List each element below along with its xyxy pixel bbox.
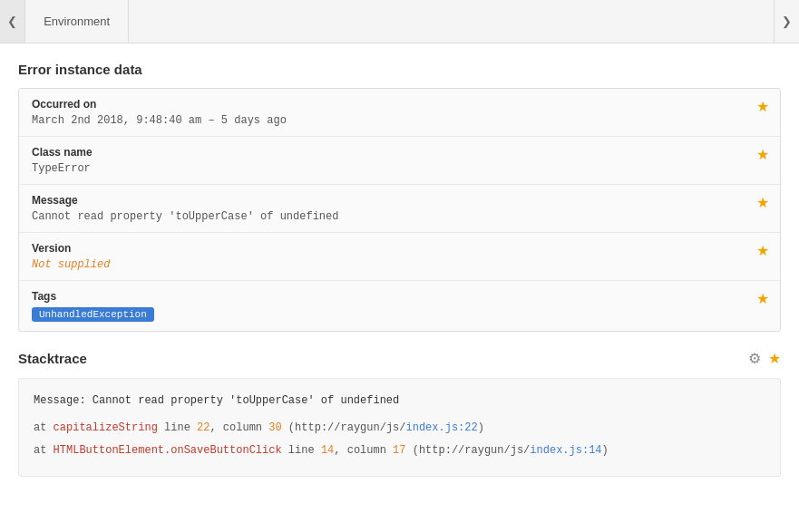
stack-fn-name: capitalizeString (54, 421, 158, 434)
data-row-value-3: Not supplied (32, 258, 767, 271)
stack-url-pre: (http://raygun/js/ (282, 421, 406, 434)
data-row-value-4: UnhandledException (32, 306, 767, 322)
data-row-0: Occurred onMarch 2nd 2018, 9:48:40 am – … (19, 89, 780, 137)
stack-url-post: ) (602, 444, 609, 457)
stack-line-text: line (158, 421, 197, 434)
stack-at-keyword: at (34, 421, 54, 434)
stacktrace-star-button[interactable]: ★ (768, 350, 781, 367)
tab-list: SummaryError detailsHTTPEnvironmentCusto… (25, 0, 129, 44)
stack-url-post: ) (478, 421, 484, 434)
row-star-button-2[interactable]: ★ (756, 194, 769, 211)
stack-url-link[interactable]: index.js:22 (406, 421, 478, 434)
row-star-button-0[interactable]: ★ (756, 98, 769, 115)
data-row-1: Class nameTypeError★ (19, 137, 780, 185)
star-icon: ★ (768, 351, 781, 366)
tab-next-arrow[interactable]: ❯ (774, 0, 799, 44)
tab-environment[interactable]: Environment (25, 0, 129, 44)
stacktrace-settings-button[interactable]: ⚙ (748, 350, 761, 367)
gear-icon: ⚙ (748, 351, 761, 366)
stacktrace-line-1: at HTMLButtonElement.onSaveButtonClick l… (34, 441, 765, 459)
stack-line-num: 14 (321, 444, 334, 457)
stack-url-pre: (http://raygun/js/ (406, 444, 531, 457)
stack-at-keyword: at (34, 444, 54, 457)
row-star-button-1[interactable]: ★ (756, 146, 769, 163)
data-row-value-1: TypeError (32, 162, 767, 175)
chevron-left-icon: ❮ (7, 15, 17, 28)
data-row-label-4: Tags (32, 290, 767, 303)
tab-prev-arrow[interactable]: ❮ (0, 0, 25, 44)
stack-line-text: line (282, 444, 321, 457)
data-row-label-1: Class name (32, 146, 767, 159)
stack-line-num: 22 (197, 421, 209, 434)
stacktrace-title: Stacktrace (18, 351, 87, 366)
data-row-2: MessageCannot read property 'toUpperCase… (19, 185, 780, 233)
data-row-value-0: March 2nd 2018, 9:48:40 am – 5 days ago (32, 114, 767, 127)
stack-col-text: , column (334, 444, 393, 457)
data-row-label-0: Occurred on (32, 98, 767, 111)
stacktrace-message: Message: Cannot read property 'toUpperCa… (34, 392, 765, 410)
stack-col-num: 30 (268, 421, 281, 434)
row-star-button-4[interactable]: ★ (756, 290, 769, 307)
stack-url-link[interactable]: index.js:14 (530, 444, 601, 457)
stacktrace-body: Message: Cannot read property 'toUpperCa… (18, 378, 781, 477)
stacktrace-actions: ⚙ ★ (748, 350, 781, 367)
data-row-label-2: Message (32, 194, 767, 207)
row-star-button-3[interactable]: ★ (756, 242, 769, 259)
chevron-right-icon: ❯ (782, 15, 792, 28)
stack-col-num: 17 (393, 444, 405, 457)
stacktrace-section: Stacktrace ⚙ ★ Message: Cannot read prop… (18, 350, 781, 477)
error-instance-title: Error instance data (18, 62, 781, 77)
data-row-value-2: Cannot read property 'toUpperCase' of un… (32, 210, 767, 223)
stack-fn-name: HTMLButtonElement.onSaveButtonClick (54, 444, 282, 457)
error-instance-card: Occurred onMarch 2nd 2018, 9:48:40 am – … (18, 88, 781, 332)
data-row-4: TagsUnhandledException★ (19, 281, 780, 331)
stacktrace-header: Stacktrace ⚙ ★ (18, 350, 781, 367)
stacktrace-line-0: at capitalizeString line 22, column 30 (… (34, 419, 765, 437)
stack-col-text: , column (209, 421, 268, 434)
data-row-label-3: Version (32, 242, 767, 255)
tag-badge-4: UnhandledException (32, 307, 154, 322)
tab-bar: ❮ SummaryError detailsHTTPEnvironmentCus… (0, 0, 799, 44)
main-content: Error instance data Occurred onMarch 2nd… (0, 44, 799, 477)
data-row-3: VersionNot supplied★ (19, 233, 780, 281)
